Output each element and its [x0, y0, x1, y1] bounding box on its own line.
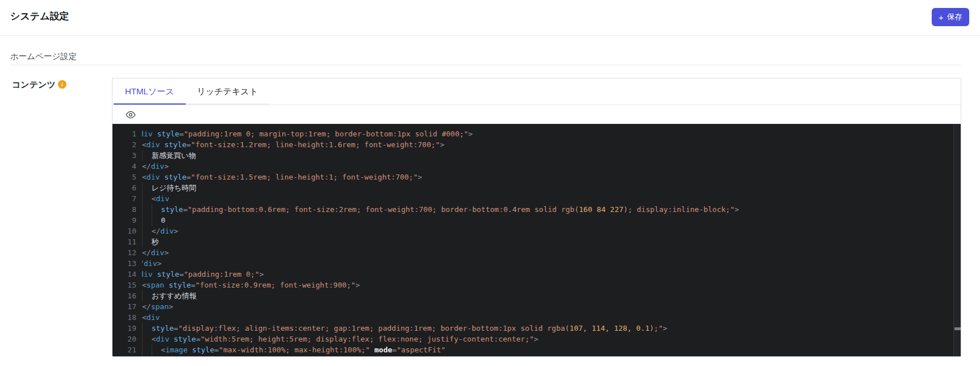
line-number: 22	[119, 355, 136, 356]
line-content: </div>	[136, 247, 169, 258]
indent-guide	[152, 355, 161, 356]
code-line[interactable]: 7 <div	[112, 193, 961, 204]
code-line[interactable]: 10 </div>	[112, 226, 961, 236]
code-line[interactable]: 17</span>	[112, 301, 961, 312]
line-content: <div style="font-size:1.2rem; line-heigh…	[136, 139, 444, 150]
content-field-label: コンテンツ	[12, 80, 56, 90]
system-settings-page: システム設定 + 保存 ホームページ設定 コンテンツ i HTMLソース リッチ…	[0, 0, 980, 366]
plus-icon: +	[939, 13, 944, 22]
code-line[interactable]: 12</div>	[112, 247, 961, 258]
line-content: style="display:flex; align-items:center;…	[136, 323, 668, 334]
indent-guide	[142, 182, 152, 193]
indent-guide	[142, 355, 152, 356]
code-line[interactable]: 20 <div style="width:5rem; height:5rem; …	[112, 334, 961, 344]
indent-guide	[142, 236, 152, 247]
line-content: <image style="max-width:100%; max-height…	[136, 344, 445, 355]
line-content: div style="padding:1rem 0; margin-top:1r…	[136, 128, 473, 139]
line-number: 9	[119, 215, 136, 226]
line-number: 13	[119, 258, 136, 269]
line-content: /div>	[136, 258, 161, 269]
indent-guide	[152, 215, 161, 226]
line-number: 16	[119, 290, 136, 301]
code-line[interactable]: 1div style="padding:1rem 0; margin-top:1…	[112, 128, 961, 139]
save-button-label: 保存	[947, 12, 962, 22]
header-divider	[0, 35, 980, 36]
line-content: style="padding-bottom:0.6rem; font-size:…	[136, 204, 739, 215]
line-content: 0	[136, 215, 165, 226]
indent-guide	[142, 323, 152, 334]
code-line[interactable]: 8 style="padding-bottom:0.6rem; font-siz…	[112, 204, 961, 215]
tab-html-source[interactable]: HTMLソース	[114, 78, 186, 105]
line-number: 20	[119, 334, 136, 344]
indent-guide	[142, 193, 152, 204]
line-number: 1	[119, 128, 136, 139]
code-line[interactable]: 2<div style="font-size:1.2rem; line-heig…	[112, 139, 961, 150]
line-content: <div style="width:5rem; height:5rem; dis…	[136, 334, 539, 344]
line-number: 6	[119, 182, 136, 193]
line-number: 4	[119, 161, 136, 172]
code-line[interactable]: 15<span style="font-size:0.9rem; font-we…	[112, 280, 961, 290]
indent-guide	[142, 215, 152, 226]
line-number: 19	[119, 323, 136, 334]
code-line[interactable]: 16 おすすめ情報	[112, 290, 961, 301]
code-line[interactable]: 19 style="display:flex; align-items:cent…	[112, 323, 961, 334]
tab-rich-text[interactable]: リッチテキスト	[186, 78, 269, 105]
code-line[interactable]: 9 0	[112, 215, 961, 226]
indent-guide	[142, 344, 152, 355]
editor-tabs: HTMLソース リッチテキスト	[112, 78, 961, 105]
code-line[interactable]: 13/div>	[112, 258, 961, 269]
line-content: 秒	[136, 236, 159, 247]
line-number: 21	[119, 344, 136, 355]
code-line[interactable]: 3 新感覚買い物	[112, 150, 961, 161]
indent-guide	[152, 344, 161, 355]
line-number: 17	[119, 301, 136, 312]
content-editor-panel: HTMLソース リッチテキスト 1div style="padding:1rem…	[112, 78, 961, 357]
line-content: <div style="font-size:1.5rem; line-heigh…	[136, 172, 422, 182]
eye-icon	[126, 111, 136, 119]
line-content: 新感覚買い物	[136, 150, 196, 161]
code-line[interactable]: 11 秒	[112, 236, 961, 247]
indent-guide	[142, 150, 152, 161]
code-line[interactable]: 18<div	[112, 312, 961, 323]
info-icon[interactable]: i	[58, 80, 66, 89]
line-content: <div	[136, 312, 160, 323]
line-number: 7	[119, 193, 136, 204]
line-number: 2	[119, 139, 136, 150]
indent-guide	[152, 204, 161, 215]
line-content: </div>	[136, 161, 169, 172]
code-line[interactable]: 6 レジ待ち時間	[112, 182, 961, 193]
line-content: src="https://cbu-fnt-store-bucket-intl.a…	[136, 355, 597, 356]
line-content: <div	[136, 193, 169, 204]
code-line[interactable]: 4</div>	[112, 161, 961, 172]
line-content: おすすめ情報	[136, 290, 197, 301]
section-divider	[10, 65, 961, 65]
preview-button[interactable]	[125, 109, 136, 120]
line-number: 10	[119, 226, 136, 236]
code-line[interactable]: 14div style="padding:1rem 0;">	[112, 269, 961, 280]
code-editor[interactable]: 1div style="padding:1rem 0; margin-top:1…	[112, 124, 961, 356]
line-content: div style="padding:1rem 0;">	[136, 269, 264, 280]
line-number: 3	[119, 150, 136, 161]
save-button[interactable]: + 保存	[932, 8, 969, 26]
code-line[interactable]: 21 <image style="max-width:100%; max-hei…	[112, 344, 961, 355]
code-lines: 1div style="padding:1rem 0; margin-top:1…	[112, 128, 961, 356]
line-content: </div>	[136, 226, 178, 236]
editor-scrollbar-thumb[interactable]	[954, 327, 961, 330]
editor-scrollbar[interactable]	[953, 124, 961, 356]
line-number: 12	[119, 247, 136, 258]
indent-guide	[142, 334, 152, 344]
line-number: 5	[119, 172, 136, 182]
indent-guide	[142, 290, 152, 301]
line-number: 11	[119, 236, 136, 247]
code-line[interactable]: 22 src="https://cbu-fnt-store-bucket-int…	[112, 355, 961, 356]
line-content: <span style="font-size:0.9rem; font-weig…	[136, 280, 360, 290]
section-title: ホームページ設定	[10, 51, 77, 62]
code-line[interactable]: 5<div style="font-size:1.5rem; line-heig…	[112, 172, 961, 182]
line-number: 8	[119, 204, 136, 215]
line-content: </span>	[136, 301, 173, 312]
indent-guide	[142, 204, 152, 215]
page-title: システム設定	[10, 10, 69, 23]
line-number: 15	[119, 280, 136, 290]
indent-guide	[142, 226, 152, 236]
line-content: レジ待ち時間	[136, 182, 197, 193]
